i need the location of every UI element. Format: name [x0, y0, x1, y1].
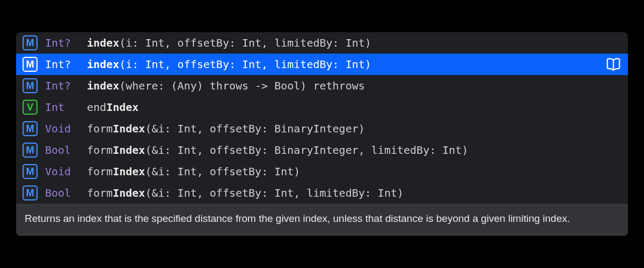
- return-type: Bool: [45, 187, 79, 199]
- signature: endIndex: [87, 101, 621, 114]
- return-type: Void: [45, 165, 79, 178]
- signature: formIndex(&i: Int, offsetBy: Int, limite…: [87, 187, 621, 199]
- signature: index(where: (Any) throws -> Bool) rethr…: [87, 79, 621, 92]
- return-type: Int?: [45, 79, 79, 92]
- completion-row[interactable]: MBoolformIndex(&i: Int, offsetBy: Binary…: [16, 139, 628, 161]
- variable-badge-icon: V: [23, 100, 38, 115]
- completion-row[interactable]: MVoidformIndex(&i: Int, offsetBy: Binary…: [16, 118, 628, 139]
- return-type: Int?: [45, 36, 79, 49]
- return-type: Void: [45, 122, 79, 135]
- completion-row[interactable]: MInt?index(where: (Any) throws -> Bool) …: [16, 75, 628, 96]
- completion-row[interactable]: VIntendIndex: [16, 96, 628, 118]
- autocomplete-popup: MInt?index(i: Int, offsetBy: Int, limite…: [16, 32, 628, 236]
- signature: formIndex(&i: Int, offsetBy: BinaryInteg…: [87, 122, 621, 135]
- return-type: Int: [45, 101, 79, 114]
- method-badge-icon: M: [23, 143, 38, 158]
- documentation-icon[interactable]: [605, 57, 621, 71]
- completion-row[interactable]: MBoolformIndex(&i: Int, offsetBy: Int, l…: [16, 182, 628, 204]
- method-badge-icon: M: [23, 35, 38, 50]
- completion-row[interactable]: MInt?index(i: Int, offsetBy: Int, limite…: [16, 32, 628, 54]
- signature: index(i: Int, offsetBy: Int, limitedBy: …: [87, 36, 621, 49]
- return-type: Int?: [45, 58, 79, 71]
- return-type: Bool: [45, 144, 79, 157]
- signature: formIndex(&i: Int, offsetBy: Int): [87, 165, 621, 178]
- signature: index(i: Int, offsetBy: Int, limitedBy: …: [87, 58, 621, 71]
- completion-row[interactable]: MVoidformIndex(&i: Int, offsetBy: Int): [16, 161, 628, 182]
- method-badge-icon: M: [23, 121, 38, 136]
- method-badge-icon: M: [23, 78, 38, 93]
- method-badge-icon: M: [23, 57, 38, 72]
- method-badge-icon: M: [23, 164, 38, 179]
- completion-row[interactable]: MInt?index(i: Int, offsetBy: Int, limite…: [16, 54, 628, 75]
- method-badge-icon: M: [23, 185, 38, 200]
- completion-list: MInt?index(i: Int, offsetBy: Int, limite…: [16, 32, 628, 204]
- completion-description: Returns an index that is the specified d…: [16, 204, 628, 236]
- signature: formIndex(&i: Int, offsetBy: BinaryInteg…: [87, 144, 621, 157]
